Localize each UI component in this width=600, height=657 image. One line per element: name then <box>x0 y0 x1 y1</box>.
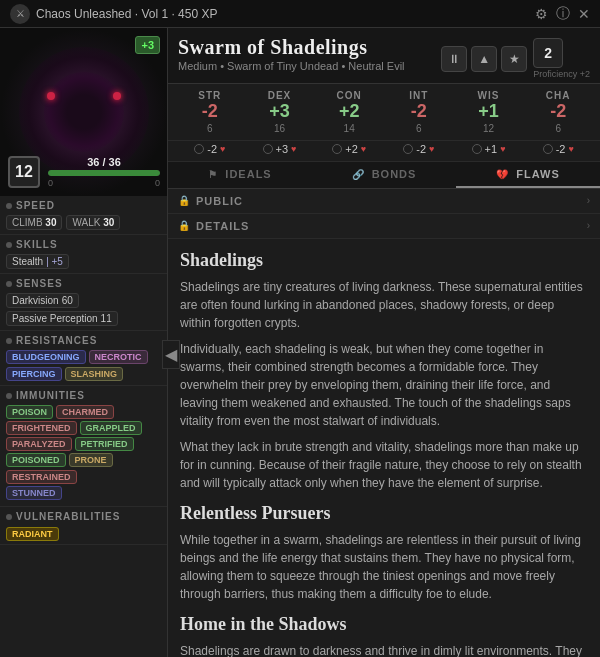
action-prof-area: ⏸ ▲ ★ 2 Proficiency +2 <box>441 38 590 79</box>
eye-right <box>113 92 121 100</box>
settings-icon[interactable]: ⚙ <box>535 6 548 22</box>
plus-badge: +3 <box>135 36 160 54</box>
tab-bonds[interactable]: 🔗 Bonds <box>312 162 456 188</box>
content-area[interactable]: 🔒 PUBLIC › 🔒 DETAILS › Shadelings Shadel… <box>168 189 600 657</box>
abilities-bar: STR -2 6 DEX +3 16 CON +2 14 INT -2 <box>168 84 600 141</box>
hp-sub: 0 0 <box>48 178 160 188</box>
bonds-icon: 🔗 <box>352 169 365 180</box>
speed-row: CLIMB 30 WALK 30 <box>6 215 161 230</box>
para-shadelings-2: Individually, each shadeling is weak, bu… <box>180 340 588 430</box>
para-pursuers: While together in a swarm, shadelings ar… <box>180 531 588 603</box>
dex-score: 16 <box>248 123 312 134</box>
speed-climb: CLIMB 30 <box>6 215 62 230</box>
public-header[interactable]: 🔒 PUBLIC › <box>168 189 600 213</box>
app-logo: ⚔ <box>10 4 30 24</box>
details-section: 🔒 DETAILS › <box>168 214 600 239</box>
details-arrow: › <box>587 220 590 231</box>
save-wis-val: +1 <box>485 143 498 155</box>
skills-label: SKILLS <box>16 239 58 250</box>
immunity-row-4: Poisoned Prone Restrained <box>6 453 161 484</box>
immune-paralyzed: Paralyzed <box>6 437 72 451</box>
para-shadows: Shadelings are drawn to darkness and thr… <box>180 642 588 657</box>
save-cha-circle <box>543 144 553 154</box>
public-title: PUBLIC <box>196 195 587 207</box>
senses-header: SENSES <box>6 278 161 289</box>
proficiency-label: Proficiency +2 <box>533 69 590 79</box>
close-icon[interactable]: ✕ <box>578 6 590 22</box>
abilities-wrapper: STR -2 6 DEX +3 16 CON +2 14 INT -2 <box>168 84 600 141</box>
speed-section: SPEED CLIMB 30 WALK 30 <box>0 196 167 235</box>
resist-necrotic: Necrotic <box>89 350 148 364</box>
heading-shadelings: Shadelings <box>180 247 588 274</box>
int-label: INT <box>387 90 451 101</box>
save-dex-heart: ♥ <box>291 144 296 154</box>
dex-label: DEX <box>248 90 312 101</box>
save-str-val: -2 <box>207 143 217 155</box>
details-header[interactable]: 🔒 DETAILS › <box>168 214 600 238</box>
hp-fill <box>48 170 160 176</box>
resist-bludgeoning: Bludgeoning <box>6 350 86 364</box>
immune-petrified: Petrified <box>75 437 134 451</box>
details-title: DETAILS <box>196 220 587 232</box>
immunity-row-3: Paralyzed Petrified <box>6 437 161 451</box>
wis-mod: +1 <box>457 101 521 123</box>
con-label: CON <box>317 90 381 101</box>
save-cha: -2 ♥ <box>526 143 590 155</box>
action-icon-3[interactable]: ★ <box>501 46 527 72</box>
hp-text: 36 / 36 <box>48 156 160 168</box>
heading-pursuers: Relentless Pursuers <box>180 500 588 527</box>
proficiency-box: 2 <box>533 38 563 68</box>
hp-bar-area: 36 / 36 0 0 <box>48 156 160 188</box>
immune-poisoned: Poisoned <box>6 453 66 467</box>
save-cha-heart: ♥ <box>568 144 573 154</box>
save-con-circle <box>332 144 342 154</box>
tab-ideals[interactable]: ⚑ Ideals <box>168 162 312 188</box>
save-dex-circle <box>263 144 273 154</box>
str-label: STR <box>178 90 242 101</box>
vuln-radiant: Radiant <box>6 527 59 541</box>
save-dex-val: +3 <box>276 143 289 155</box>
details-icon: 🔒 <box>178 220 190 231</box>
proficiency-area: 2 Proficiency +2 <box>533 38 590 79</box>
save-cha-val: -2 <box>556 143 566 155</box>
top-bar-left: ⚔ Chaos Unleashed · Vol 1 · 450 XP <box>10 4 217 24</box>
ability-con: CON +2 14 <box>317 90 381 134</box>
immune-restrained: Restrained <box>6 470 77 484</box>
save-wis: +1 ♥ <box>457 143 521 155</box>
vulnerabilities-dot <box>6 514 12 520</box>
right-header: Swarm of Shadelings Medium • Swarm of Ti… <box>168 28 600 84</box>
main-text-content: Shadelings Shadelings are tiny creatures… <box>168 239 600 657</box>
action-icon-2[interactable]: ▲ <box>471 46 497 72</box>
right-panel: Swarm of Shadelings Medium • Swarm of Ti… <box>168 28 600 657</box>
sense-passive-perception: Passive Perception 11 <box>6 311 118 326</box>
str-score: 6 <box>178 123 242 134</box>
info-icon[interactable]: ⓘ <box>556 5 570 23</box>
creature-name: Swarm of Shadelings <box>178 36 405 59</box>
tab-ideals-label: Ideals <box>225 168 271 180</box>
action-icon-1[interactable]: ⏸ <box>441 46 467 72</box>
skills-dot <box>6 242 12 248</box>
speed-label: SPEED <box>16 200 55 211</box>
immune-frightened: Frightened <box>6 421 77 435</box>
resist-row: Bludgeoning Necrotic Piercing Slashing <box>6 350 161 381</box>
vulnerabilities-header: VULNERABILITIES <box>6 511 161 522</box>
tab-flaws[interactable]: 💔 Flaws <box>456 162 600 188</box>
tab-bonds-label: Bonds <box>372 168 417 180</box>
level-badge: 12 <box>8 156 40 188</box>
con-mod: +2 <box>317 101 381 123</box>
heading-shadows: Home in the Shadows <box>180 611 588 638</box>
title-area: Swarm of Shadelings Medium • Swarm of Ti… <box>178 36 405 72</box>
public-arrow: › <box>587 195 590 206</box>
save-con: +2 ♥ <box>317 143 381 155</box>
campaign-title: Chaos Unleashed · Vol 1 · 450 XP <box>36 7 217 21</box>
ability-int: INT -2 6 <box>387 90 451 134</box>
resistances-dot <box>6 338 12 344</box>
save-str-circle <box>194 144 204 154</box>
panel-toggle-arrow[interactable]: ◀ <box>162 340 180 369</box>
save-int-val: -2 <box>416 143 426 155</box>
sense-darkvision: Darkvision 60 <box>6 293 79 308</box>
str-mod: -2 <box>178 101 242 123</box>
resistances-label: RESISTANCES <box>16 335 97 346</box>
tab-flaws-label: Flaws <box>516 168 560 180</box>
ability-wis: WIS +1 12 <box>457 90 521 134</box>
